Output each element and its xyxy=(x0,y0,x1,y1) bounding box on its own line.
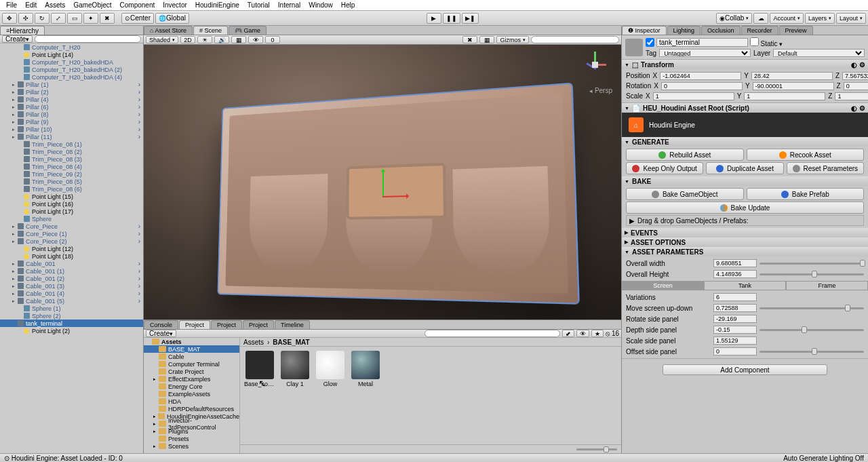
bake-prefab-button[interactable]: Bake Prefab xyxy=(747,188,865,200)
hierarchy-item[interactable]: ▸Cable_001 (1)› xyxy=(0,267,143,275)
duplicate-asset-button[interactable]: Duplicate Asset xyxy=(706,162,783,174)
hierarchy-item[interactable]: Point Light (18) xyxy=(0,252,143,260)
grid-icon[interactable]: ▦ xyxy=(479,36,494,43)
hierarchy-item[interactable]: ▸Pillar (10)› xyxy=(0,126,143,133)
project-opt-icon[interactable]: ★ xyxy=(591,330,604,337)
folder-item[interactable]: Crate Project xyxy=(144,368,239,375)
hierarchy-item[interactable]: ▸Core_Piece (1)› xyxy=(0,230,143,237)
collab-dropdown[interactable]: ◉ Collab xyxy=(716,13,752,24)
bake-update-button[interactable]: Bake Update xyxy=(626,201,864,214)
menu-tutorial[interactable]: Tutorial xyxy=(243,1,274,9)
hierarchy-item[interactable]: Trim_Piece_08 (6) xyxy=(0,185,143,193)
layer-dropdown[interactable]: Default xyxy=(773,49,865,57)
folder-item[interactable]: Assets xyxy=(144,338,239,345)
cloud-button[interactable]: ☁ xyxy=(753,13,768,24)
tab-game[interactable]: 🎮 Game xyxy=(229,26,267,35)
folder-item[interactable]: ▸EffectExamples xyxy=(144,375,239,383)
project-fav-icon[interactable]: ⬋ xyxy=(562,330,574,337)
hierarchy-item[interactable]: ▸Pillar (6)› xyxy=(0,103,143,111)
hierarchy-item[interactable]: tank_terminal xyxy=(0,320,143,327)
step-button[interactable]: ▶❚ xyxy=(462,13,479,24)
light-icon[interactable]: ☀ xyxy=(197,36,212,43)
folder-item[interactable]: ▸Invector-3rdPersonControl xyxy=(144,420,239,427)
menu-invector[interactable]: Invector xyxy=(159,1,191,9)
param-field[interactable] xyxy=(713,347,757,355)
folder-item[interactable]: HDRPDefaultResources xyxy=(144,405,239,412)
folder-item[interactable]: Cable xyxy=(144,353,239,360)
scene-search[interactable] xyxy=(531,36,619,43)
hierarchy-item[interactable]: ▸Cable_001 (4)› xyxy=(0,290,143,297)
tab-recorder[interactable]: Recorder xyxy=(741,26,778,35)
transform-tool[interactable]: ✦ xyxy=(83,13,98,24)
hierarchy-item[interactable]: ▸Pillar (9)› xyxy=(0,118,143,126)
tab-asset-store[interactable]: ⌂ Asset Store xyxy=(144,26,193,35)
menu-internal[interactable]: Internal xyxy=(274,1,304,9)
scene-opt[interactable]: 0 xyxy=(265,36,280,43)
subtab-screen[interactable]: Screen xyxy=(622,281,704,290)
tab-occlusion[interactable]: Occlusion xyxy=(701,26,741,35)
breadcrumb[interactable]: Assets›BASE_MAT xyxy=(240,338,621,347)
asset-params-header[interactable]: ▼ASSET PARAMETERS xyxy=(622,247,868,256)
param-slider[interactable] xyxy=(760,307,864,309)
script-header[interactable]: ▼📄 HEU_Houdini Asset Root (Script)◐ ⚙ xyxy=(622,103,868,113)
fx-icon[interactable]: ▦ xyxy=(231,36,246,43)
reset-params-button[interactable]: Reset Parameters xyxy=(787,162,864,174)
tab-project-1[interactable]: Project xyxy=(179,320,210,329)
tab-lighting[interactable]: Lighting xyxy=(667,26,701,35)
pause-button[interactable]: ❚❚ xyxy=(443,13,460,24)
hierarchy-item[interactable]: ▸Cable_001 (5)› xyxy=(0,297,143,305)
menu-help[interactable]: Help xyxy=(337,1,359,9)
asset-options-header[interactable]: ▶ASSET OPTIONS xyxy=(622,237,868,247)
scene-viewport[interactable]: ◂ Persp xyxy=(144,45,621,320)
param-slider[interactable] xyxy=(760,329,864,331)
hierarchy-item[interactable]: Point Light (17) xyxy=(0,208,143,215)
hierarchy-item[interactable]: Trim_Piece_09 (2) xyxy=(0,170,143,178)
hierarchy-item[interactable]: Trim_Piece_08 (4) xyxy=(0,163,143,170)
folder-item[interactable]: ▸Scenes xyxy=(144,442,239,450)
hierarchy-item[interactable]: ▸Pillar (8)› xyxy=(0,111,143,118)
hierarchy-item[interactable]: Sphere (2) xyxy=(0,312,143,320)
project-vis-icon[interactable]: 👁 xyxy=(576,330,589,337)
custom-tool[interactable]: ✖ xyxy=(100,13,115,24)
asset-item[interactable]: Clay 1 xyxy=(279,351,311,387)
move-tool[interactable]: ✣ xyxy=(18,13,33,24)
rebuild-asset-button[interactable]: Rebuild Asset xyxy=(626,149,744,161)
persp-label[interactable]: ◂ Persp xyxy=(589,87,612,94)
pos-x[interactable] xyxy=(660,72,741,80)
recook-asset-button[interactable]: Recook Asset xyxy=(747,149,865,161)
menu-edit[interactable]: Edit xyxy=(21,1,41,9)
events-header[interactable]: ▶EVENTS xyxy=(622,228,868,237)
2d-toggle[interactable]: 2D xyxy=(180,36,195,43)
hand-tool[interactable]: ✥ xyxy=(2,13,17,24)
project-create[interactable]: Create ▾ xyxy=(146,330,176,337)
tab-project-2[interactable]: Project xyxy=(211,320,242,329)
param-slider[interactable] xyxy=(760,263,864,265)
param-field[interactable] xyxy=(713,293,757,301)
folder-item[interactable]: ExampleAssets xyxy=(144,390,239,398)
rot-z[interactable] xyxy=(844,82,868,90)
asset-grid[interactable]: Base_color...Clay 1GlowMetal xyxy=(240,347,621,444)
hierarchy-item[interactable]: Computer_T_H20_bakedHDA xyxy=(0,58,143,66)
add-component-button[interactable]: Add Component xyxy=(663,364,827,375)
menu-component[interactable]: Component xyxy=(116,1,159,9)
hierarchy-item[interactable]: Computer_T_H20_bakedHDA (2) xyxy=(0,66,143,73)
layers-dropdown[interactable]: Layers xyxy=(805,13,835,24)
rot-x[interactable] xyxy=(661,82,743,90)
hierarchy-item[interactable]: ▸Core_Piece (2)› xyxy=(0,237,143,245)
play-button[interactable]: ▶ xyxy=(427,13,441,24)
subtab-frame[interactable]: Frame xyxy=(786,281,868,290)
shading-dropdown[interactable]: Shaded xyxy=(146,36,178,43)
hierarchy-item[interactable]: ▸Pillar (11)› xyxy=(0,133,143,140)
hierarchy-item[interactable]: Trim_Piece_08 (3) xyxy=(0,155,143,163)
audio-icon[interactable]: 🔊 xyxy=(214,36,229,43)
hierarchy-search[interactable] xyxy=(35,35,141,43)
param-field[interactable] xyxy=(713,326,757,334)
hierarchy-item[interactable]: ▸Cable_001› xyxy=(0,260,143,267)
active-checkbox[interactable] xyxy=(646,38,654,47)
hierarchy-item[interactable]: Computer_T_H20 xyxy=(0,43,143,51)
scene-vis-icon[interactable]: 👁 xyxy=(248,36,263,43)
hierarchy-item[interactable]: Point Light (14) xyxy=(0,51,143,58)
tab-scene[interactable]: # Scene xyxy=(193,26,228,35)
account-dropdown[interactable]: Account xyxy=(770,13,804,24)
param-field[interactable] xyxy=(713,304,757,312)
